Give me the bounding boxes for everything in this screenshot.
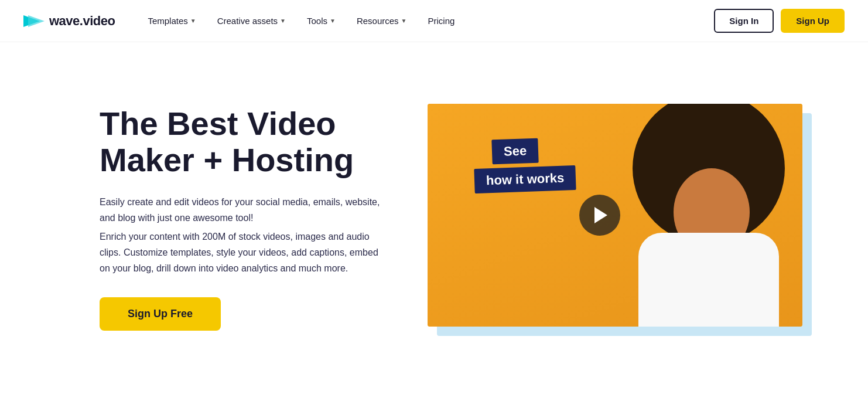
play-icon	[594, 207, 607, 223]
chevron-down-icon: ▼	[330, 18, 336, 24]
hero-left: The Best Video Maker + Hosting Easily cr…	[100, 106, 381, 331]
chevron-down-icon: ▼	[401, 18, 407, 24]
person-shirt	[638, 233, 779, 327]
hero-right: See how it works	[428, 104, 808, 332]
logo-icon	[23, 13, 45, 29]
nav-item-tools[interactable]: Tools ▼	[298, 11, 345, 30]
hero-desc-2: Enrich your content with 200M of stock v…	[100, 229, 381, 277]
sign-in-button[interactable]: Sign In	[714, 9, 774, 33]
nav-item-creative-assets[interactable]: Creative assets ▼	[208, 11, 295, 30]
play-button[interactable]	[579, 195, 620, 236]
logo-text: wave.video	[49, 13, 115, 29]
hero-description: Easily create and edit videos for your s…	[100, 194, 381, 276]
hero-desc-1: Easily create and edit videos for your s…	[100, 194, 381, 226]
video-thumbnail[interactable]: See how it works	[428, 104, 802, 327]
nav-links: Templates ▼ Creative assets ▼ Tools ▼ Re…	[138, 11, 714, 30]
signup-free-button[interactable]: Sign Up Free	[100, 297, 221, 331]
svg-marker-1	[28, 15, 45, 27]
nav-item-templates[interactable]: Templates ▼	[138, 11, 205, 30]
sign-up-button[interactable]: Sign Up	[781, 9, 845, 33]
nav-item-pricing[interactable]: Pricing	[419, 11, 464, 30]
video-label-see: See	[491, 138, 539, 165]
video-label-how: how it works	[474, 165, 576, 193]
chevron-down-icon: ▼	[280, 18, 286, 24]
nav-item-resources[interactable]: Resources ▼	[347, 11, 416, 30]
video-container: See how it works	[428, 104, 808, 332]
logo-link[interactable]: wave.video	[23, 13, 115, 29]
chevron-down-icon: ▼	[190, 18, 196, 24]
nav-actions: Sign In Sign Up	[714, 9, 845, 33]
hero-section: The Best Video Maker + Hosting Easily cr…	[0, 42, 868, 394]
navbar: wave.video Templates ▼ Creative assets ▼…	[0, 0, 868, 42]
hero-title: The Best Video Maker + Hosting	[100, 106, 381, 178]
